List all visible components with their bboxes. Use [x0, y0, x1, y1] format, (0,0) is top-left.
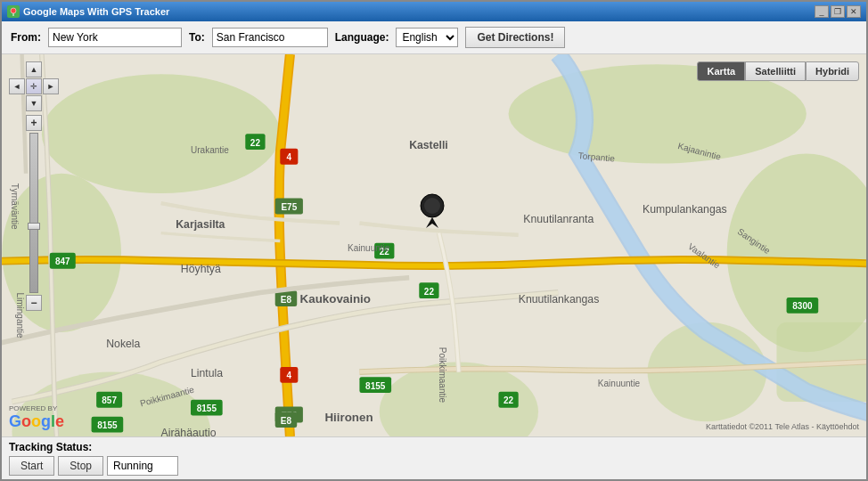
map-copyright: Karttatiedot ©2011 Tele Atlas - Käyttöeh… [706, 422, 859, 431]
svg-text:4: 4 [287, 371, 292, 380]
from-input[interactable] [48, 28, 182, 47]
zoom-slider[interactable] [29, 133, 38, 293]
start-button[interactable]: Start [9, 456, 54, 476]
to-input[interactable] [212, 28, 328, 47]
svg-text:Kumpulankangas: Kumpulankangas [643, 203, 727, 216]
app-icon [7, 5, 20, 18]
map-svg: E75 E76 E8 E8 4 4 [2, 54, 866, 436]
language-select[interactable]: English Finnish Spanish French [396, 28, 458, 47]
svg-text:Kainuuntie: Kainuuntie [348, 243, 390, 253]
map-type-hybridi[interactable]: Hybridi [806, 61, 859, 81]
svg-point-3 [42, 74, 280, 193]
svg-text:22: 22 [504, 395, 514, 405]
svg-text:8155: 8155 [197, 404, 217, 413]
svg-text:Kainuuntie: Kainuuntie [598, 379, 641, 388]
tracking-status-label: Tracking Status: [9, 441, 859, 453]
svg-text:4: 4 [287, 152, 292, 162]
svg-point-72 [424, 198, 440, 214]
map-type-kartta[interactable]: Kartta [697, 61, 745, 81]
google-logo: POWERED BY Google [9, 404, 64, 431]
svg-text:Kastelli: Kastelli [409, 139, 448, 151]
from-label: From: [11, 31, 41, 44]
svg-text:E75: E75 [281, 202, 297, 212]
nav-down-button[interactable]: ▼ [26, 95, 42, 111]
svg-text:Nokela: Nokela [106, 338, 140, 350]
svg-text:Lintula: Lintula [191, 367, 223, 379]
window-controls: _ ❐ ✕ [815, 5, 861, 18]
status-bar: Tracking Status: Start Stop Running [2, 436, 866, 479]
get-directions-button[interactable]: Get Directions! [465, 27, 565, 48]
window-title: Google Maps With GPS Tracker [23, 6, 169, 17]
stop-button[interactable]: Stop [58, 456, 103, 476]
gps-marker[interactable] [419, 192, 446, 231]
google-text: Google [9, 412, 64, 431]
tracking-buttons: Start Stop Running [9, 456, 859, 476]
svg-text:Urakantie: Urakantie [191, 145, 229, 155]
svg-text:8155: 8155 [365, 381, 386, 391]
svg-text:Hiironen: Hiironen [324, 411, 373, 424]
svg-text:Höyhtyä: Höyhtyä [181, 263, 221, 275]
svg-text:Knuutilankangas: Knuutilankangas [519, 293, 600, 306]
close-button[interactable]: ✕ [847, 5, 861, 18]
to-label: To: [189, 31, 205, 44]
map-type-buttons: Kartta Satelliitti Hybridi [697, 61, 859, 81]
svg-text:857: 857 [102, 395, 117, 405]
title-bar: Google Maps With GPS Tracker _ ❐ ✕ [2, 2, 866, 21]
svg-point-0 [11, 8, 16, 13]
map-container[interactable]: E75 E76 E8 E8 4 4 [2, 54, 866, 436]
language-label: Language: [335, 31, 389, 44]
map-controls: ▲ ◄ ✛ ► ▼ + − [9, 61, 59, 311]
svg-text:22: 22 [424, 287, 435, 297]
zoom-in-button[interactable]: + [26, 115, 42, 131]
toolbar: From: To: Language: English Finnish Span… [2, 21, 866, 54]
zoom-thumb[interactable] [28, 223, 40, 230]
svg-text:8155: 8155 [97, 420, 118, 430]
status-display: Running [107, 456, 178, 476]
svg-text:Poikkimaantie: Poikkimaantie [438, 347, 447, 404]
svg-text:Knuutilanranta: Knuutilanranta [523, 213, 594, 225]
svg-text:22: 22 [250, 138, 261, 148]
nav-center-button[interactable]: ✛ [26, 78, 42, 94]
minimize-button[interactable]: _ [815, 5, 829, 18]
svg-text:8300: 8300 [792, 301, 813, 311]
nav-left-button[interactable]: ◄ [9, 78, 25, 94]
zoom-out-button[interactable]: − [26, 295, 42, 311]
svg-text:Karjasilta: Karjasilta [176, 218, 225, 231]
nav-right-button[interactable]: ► [43, 78, 59, 94]
svg-text:Kaukovainio: Kaukovainio [300, 292, 371, 306]
svg-text:E8: E8 [281, 295, 292, 305]
svg-text:E8: E8 [281, 416, 292, 426]
restore-button[interactable]: ❐ [831, 5, 845, 18]
powered-by-text: POWERED BY [9, 404, 64, 412]
zoom-controls: + − [9, 115, 59, 311]
main-window: Google Maps With GPS Tracker _ ❐ ✕ From:… [0, 0, 868, 481]
map-type-satelliitti[interactable]: Satelliitti [745, 61, 806, 81]
nav-cluster: ▲ ◄ ✛ ► ▼ [9, 61, 59, 111]
title-bar-left: Google Maps With GPS Tracker [7, 5, 169, 18]
nav-up-button[interactable]: ▲ [26, 61, 42, 77]
svg-text:Airähäautio: Airähäautio [161, 427, 217, 436]
